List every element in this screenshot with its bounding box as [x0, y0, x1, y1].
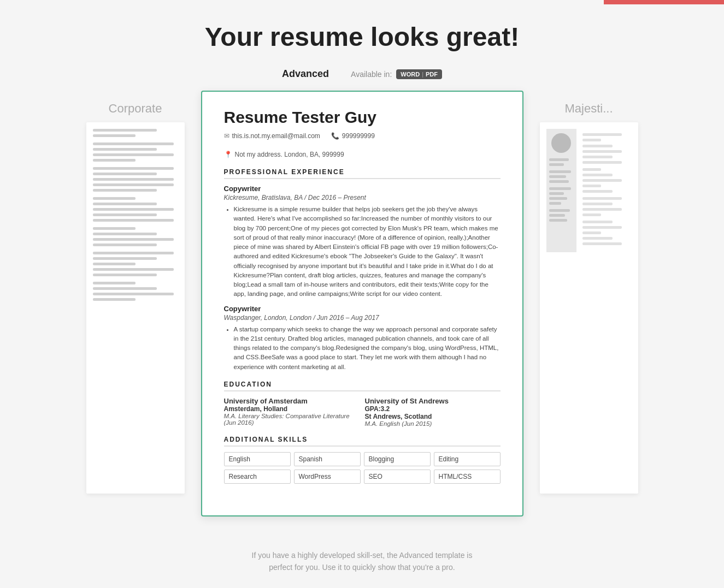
skills-grid: English Spanish Blogging Editing Researc…: [224, 452, 501, 484]
format-badges: WORD | PDF: [396, 69, 442, 79]
address-value: Not my address. London, BA, 999999: [235, 151, 344, 158]
edu-item-2: University of St Andrews GPA:3.2 St Andr…: [365, 397, 501, 427]
edu2-school: University of St Andrews: [365, 397, 501, 405]
job1-bullet1: Kickresume is a simple resume builder th…: [234, 205, 501, 299]
resume-name: Resume Tester Guy: [224, 108, 501, 127]
job1-company: Kickresume, Bratislava, BA / Dec 2016 – …: [224, 194, 501, 201]
edu2-gpa: GPA:3.2: [365, 405, 501, 413]
phone-icon: 📞: [331, 132, 339, 140]
right-side-preview[interactable]: Majesti...: [529, 91, 649, 494]
edu-item-1: University of Amsterdam Amsterdam, Holla…: [224, 397, 360, 427]
format-divider: |: [422, 71, 423, 78]
available-in-section: Available in: WORD | PDF: [351, 69, 442, 79]
contact-phone: 📞 999999999: [331, 132, 375, 140]
resume-contact: ✉ this.is.not.my.email@mail.com 📞 999999…: [224, 132, 501, 158]
word-badge[interactable]: WORD: [401, 71, 420, 78]
email-value: this.is.not.my.email@mail.com: [232, 132, 320, 140]
job2-company: Waspdanger, London, London / Jun 2016 – …: [224, 314, 501, 322]
page-title: Your resume looks great!: [11, 22, 713, 52]
footer-text: If you have a highly developed skill-set…: [0, 538, 724, 588]
skill-english: English: [224, 452, 291, 466]
edu2-location: St Andrews, Scotland: [365, 413, 501, 420]
template-bar: Advanced Available in: WORD | PDF: [0, 63, 724, 91]
available-in-label: Available in:: [351, 70, 392, 79]
edu1-school: University of Amsterdam: [224, 397, 360, 405]
skills-section-title: ADDITIONAL SKILLS: [224, 436, 501, 447]
right-template-label: Majesti...: [564, 102, 613, 116]
right-template-card[interactable]: [540, 122, 638, 494]
contact-address: 📍 Not my address. London, BA, 999999: [224, 151, 344, 158]
skill-editing: Editing: [434, 452, 501, 466]
left-template-label: Corporate: [109, 102, 162, 116]
edu1-location: Amsterdam, Holland: [224, 405, 360, 413]
current-template-name[interactable]: Advanced: [282, 68, 329, 80]
left-side-preview[interactable]: Corporate: [75, 91, 196, 494]
skill-wordpress: WordPress: [294, 470, 361, 484]
email-icon: ✉: [224, 132, 229, 140]
resume-card: Resume Tester Guy ✉ this.is.not.my.email…: [201, 91, 523, 516]
skill-blogging: Blogging: [364, 452, 431, 466]
education-grid: University of Amsterdam Amsterdam, Holla…: [224, 397, 501, 427]
edu2-degree: M.A. English (Jun 2015): [365, 420, 501, 427]
main-layout: Corporate: [0, 91, 724, 538]
page-header: Your resume looks great!: [0, 0, 724, 63]
job2-bullet1: A startup company which seeks to change …: [234, 325, 501, 372]
pdf-badge[interactable]: PDF: [426, 71, 438, 78]
footer-line1: If you have a highly developed skill-set…: [252, 551, 473, 572]
skill-htmlcss: HTML/CSS: [434, 470, 501, 484]
left-template-card[interactable]: [86, 122, 185, 494]
experience-section-title: PROFESSIONAL EXPERIENCE: [224, 168, 501, 179]
skill-research: Research: [224, 470, 291, 484]
edu1-degree: M.A. Literary Studies: Comparative Liter…: [224, 413, 360, 426]
location-icon: 📍: [224, 151, 232, 158]
contact-email: ✉ this.is.not.my.email@mail.com: [224, 132, 320, 140]
education-section-title: EDUCATION: [224, 381, 501, 391]
skill-spanish: Spanish: [294, 452, 361, 466]
top-bar-accent: [604, 0, 724, 4]
job1-title: Copywriter: [224, 185, 501, 193]
skill-seo: SEO: [364, 470, 431, 484]
job1-desc: Kickresume is a simple resume builder th…: [224, 205, 501, 299]
job2-desc: A startup company which seeks to change …: [224, 325, 501, 372]
job2-title: Copywriter: [224, 305, 501, 313]
phone-value: 999999999: [342, 132, 375, 140]
